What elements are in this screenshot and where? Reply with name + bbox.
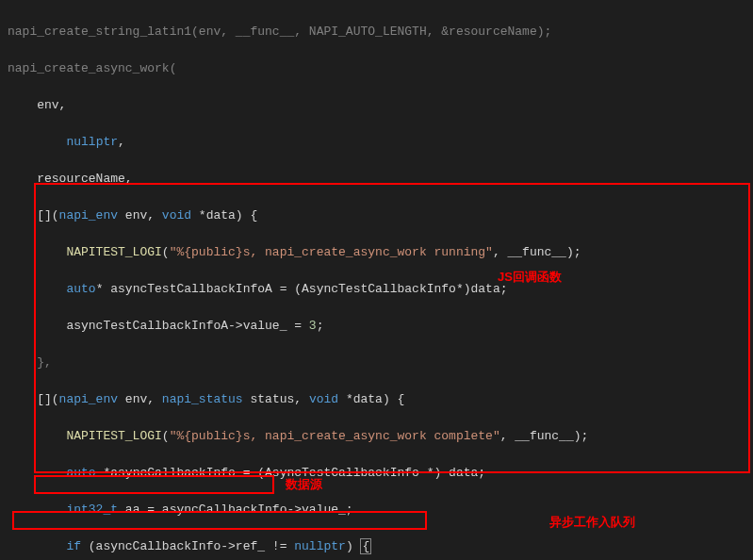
code-line: [](napi_env env, napi_status status, voi… <box>8 390 745 409</box>
code-line: int32_t aa = asyncCallbackInfo->value_; <box>8 501 745 519</box>
code-line: [](napi_env env, void *data) { <box>8 206 745 225</box>
code-line: napi_create_string_latin1(env, __func__,… <box>8 23 745 41</box>
code-line: NAPITEST_LOGI("%{public}s, napi_create_a… <box>8 427 745 446</box>
code-line: resourceName, <box>8 170 745 189</box>
code-line: env, <box>8 96 745 115</box>
code-line: napi_create_async_work( <box>8 59 745 78</box>
code-editor[interactable]: napi_create_string_latin1(env, __func__,… <box>8 4 745 560</box>
code-line: auto *asyncCallbackInfo = (AsyncTestCall… <box>8 464 745 483</box>
code-line: nullptr, <box>8 133 745 152</box>
code-line: }, <box>8 354 745 372</box>
code-line: NAPITEST_LOGI("%{public}s, napi_create_a… <box>8 243 745 262</box>
code-line: asyncTestCallbackInfoA->value_ = 3; <box>8 317 745 336</box>
code-line: if (asyncCallbackInfo->ref_ != nullptr) … <box>8 537 745 556</box>
code-line: auto* asyncTestCallbackInfoA = (AsyncTes… <box>8 280 745 299</box>
